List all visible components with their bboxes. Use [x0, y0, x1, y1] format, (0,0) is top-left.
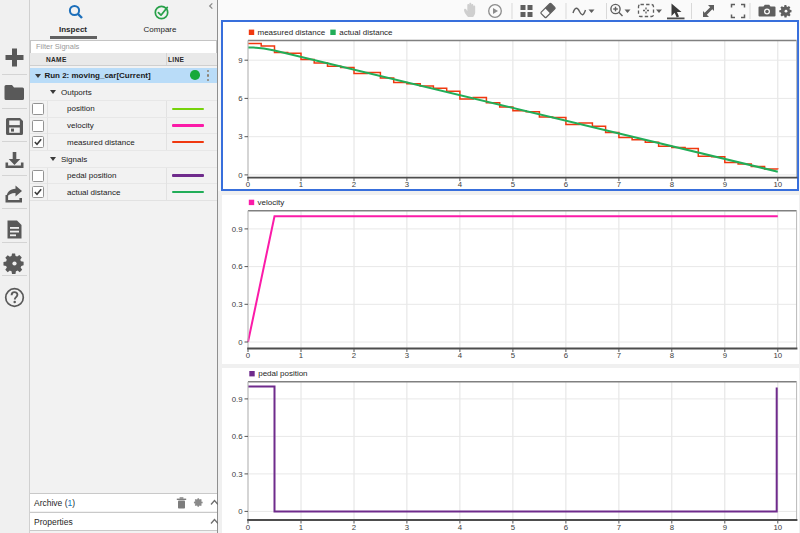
svg-text:0.3: 0.3	[232, 300, 243, 309]
svg-text:9: 9	[723, 523, 727, 532]
svg-text:0: 0	[246, 351, 251, 360]
svg-text:3: 3	[238, 132, 242, 141]
svg-text:2: 2	[352, 180, 356, 189]
svg-text:7: 7	[617, 351, 621, 360]
svg-text:6: 6	[564, 180, 568, 189]
svg-text:6: 6	[238, 94, 242, 103]
svg-text:3: 3	[405, 351, 409, 360]
svg-text:10: 10	[773, 180, 782, 189]
svg-text:4: 4	[458, 351, 463, 360]
svg-text:9: 9	[723, 351, 727, 360]
svg-text:0.9: 0.9	[232, 395, 243, 404]
svg-text:10: 10	[773, 523, 782, 532]
svg-text:8: 8	[670, 523, 674, 532]
svg-text:4: 4	[458, 180, 463, 189]
svg-text:measured distance: measured distance	[258, 28, 326, 37]
svg-text:1: 1	[299, 523, 303, 532]
svg-text:7: 7	[617, 180, 621, 189]
svg-text:actual distance: actual distance	[339, 28, 393, 37]
svg-text:3: 3	[405, 523, 409, 532]
svg-text:2: 2	[352, 523, 356, 532]
svg-text:pedal position: pedal position	[258, 369, 307, 378]
svg-text:5: 5	[511, 351, 516, 360]
svg-text:1: 1	[299, 180, 303, 189]
svg-text:2: 2	[352, 351, 356, 360]
svg-text:velocity: velocity	[258, 198, 285, 207]
svg-text:0: 0	[238, 338, 243, 347]
svg-text:8: 8	[670, 180, 674, 189]
svg-text:0: 0	[246, 523, 251, 532]
svg-text:6: 6	[564, 523, 568, 532]
svg-text:5: 5	[511, 523, 516, 532]
svg-text:0: 0	[238, 507, 243, 516]
svg-text:0: 0	[246, 180, 251, 189]
svg-text:1: 1	[299, 351, 303, 360]
svg-text:10: 10	[773, 351, 782, 360]
svg-text:3: 3	[405, 180, 409, 189]
svg-text:5: 5	[511, 180, 516, 189]
svg-text:0.9: 0.9	[232, 225, 243, 234]
svg-text:8: 8	[670, 351, 674, 360]
svg-text:0.6: 0.6	[232, 432, 243, 441]
svg-text:7: 7	[617, 523, 621, 532]
svg-text:0.6: 0.6	[232, 262, 243, 271]
svg-text:6: 6	[564, 351, 568, 360]
svg-text:0: 0	[238, 171, 243, 180]
svg-text:9: 9	[238, 56, 242, 65]
svg-text:9: 9	[723, 180, 727, 189]
svg-text:4: 4	[458, 523, 463, 532]
svg-text:0.3: 0.3	[232, 470, 243, 479]
